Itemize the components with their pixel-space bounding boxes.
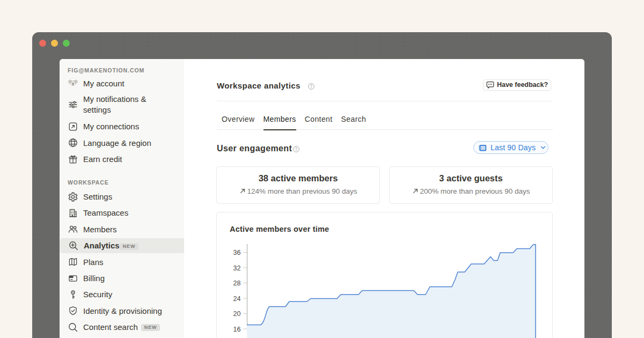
svg-text:24: 24 — [233, 295, 241, 303]
svg-text:20: 20 — [233, 310, 241, 318]
svg-text:36: 36 — [233, 249, 241, 256]
svg-text:32: 32 — [233, 264, 241, 272]
svg-text:28: 28 — [233, 280, 241, 287]
svg-text:16: 16 — [233, 326, 241, 333]
